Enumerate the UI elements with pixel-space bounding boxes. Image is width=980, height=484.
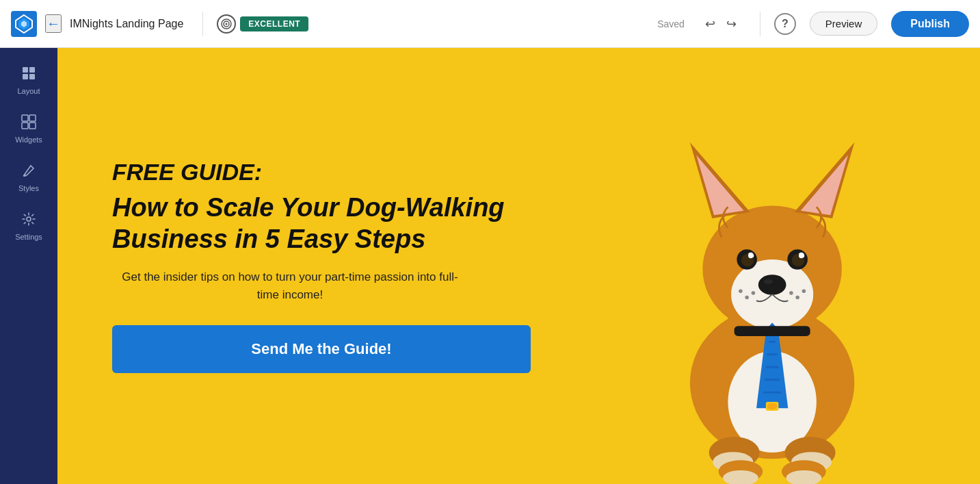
svg-rect-13 bbox=[22, 123, 28, 129]
corgi-image-area bbox=[565, 48, 980, 484]
undo-icon: ↩ bbox=[705, 17, 715, 31]
corgi-illustration bbox=[585, 92, 959, 484]
sidebar: Layout Widgets Styles bbox=[0, 48, 57, 484]
svg-point-40 bbox=[764, 279, 773, 283]
svg-rect-7 bbox=[23, 67, 28, 73]
svg-point-37 bbox=[748, 253, 753, 257]
sidebar-item-layout[interactable]: Layout bbox=[4, 59, 53, 102]
svg-rect-12 bbox=[29, 115, 36, 121]
saved-status: Saved bbox=[657, 18, 685, 29]
layout-icon bbox=[21, 66, 36, 84]
sidebar-item-settings[interactable]: Settings bbox=[4, 205, 53, 248]
undo-redo-group: ↩ ↪ bbox=[701, 14, 741, 34]
help-icon: ? bbox=[782, 18, 789, 30]
svg-rect-14 bbox=[29, 123, 36, 129]
seo-target-icon bbox=[217, 14, 236, 34]
settings-icon bbox=[21, 212, 36, 230]
seo-badge: EXCELLENT bbox=[240, 16, 308, 31]
svg-point-39 bbox=[758, 275, 786, 295]
redo-button[interactable]: ↪ bbox=[722, 14, 741, 34]
svg-point-44 bbox=[789, 291, 793, 295]
free-guide-heading: FREE GUIDE: bbox=[112, 159, 531, 186]
back-button[interactable]: ← bbox=[45, 14, 62, 33]
main-headline: How to Scale Your Dog-Walking Business i… bbox=[112, 192, 531, 255]
layout-label: Layout bbox=[17, 87, 40, 95]
svg-point-56 bbox=[767, 403, 778, 409]
topbar-divider-2 bbox=[760, 12, 760, 36]
svg-point-46 bbox=[802, 289, 806, 293]
styles-icon bbox=[21, 163, 36, 181]
page-title: IMNights Landing Page bbox=[70, 18, 183, 30]
svg-point-42 bbox=[745, 295, 750, 299]
styles-label: Styles bbox=[18, 184, 39, 192]
svg-rect-54 bbox=[734, 326, 810, 336]
redo-icon: ↪ bbox=[726, 17, 737, 31]
cta-button[interactable]: Send Me the Guide! bbox=[112, 325, 531, 373]
canvas: FREE GUIDE: How to Scale Your Dog-Walkin… bbox=[57, 48, 980, 484]
topbar: ← IMNights Landing Page EXCELLENT Saved … bbox=[0, 0, 980, 48]
topbar-divider-1 bbox=[202, 12, 203, 36]
svg-point-41 bbox=[752, 291, 756, 295]
publish-button[interactable]: Publish bbox=[891, 11, 969, 37]
svg-rect-9 bbox=[23, 74, 28, 79]
sidebar-item-styles[interactable]: Styles bbox=[4, 156, 53, 199]
settings-label: Settings bbox=[15, 233, 42, 241]
svg-point-16 bbox=[27, 217, 31, 221]
seo-indicator[interactable]: EXCELLENT bbox=[217, 14, 308, 34]
help-button[interactable]: ? bbox=[774, 13, 796, 35]
landing-page-content: FREE GUIDE: How to Scale Your Dog-Walkin… bbox=[57, 48, 565, 484]
main-layout: Layout Widgets Styles bbox=[0, 48, 980, 484]
app-logo bbox=[11, 11, 37, 37]
svg-rect-10 bbox=[29, 74, 35, 79]
svg-rect-8 bbox=[29, 67, 35, 73]
svg-point-38 bbox=[799, 253, 804, 257]
subtext: Get the insider tips on how to turn your… bbox=[112, 268, 468, 303]
svg-point-45 bbox=[796, 295, 800, 299]
widgets-icon bbox=[21, 114, 36, 133]
preview-button[interactable]: Preview bbox=[810, 12, 877, 36]
svg-point-6 bbox=[226, 23, 228, 25]
landing-page: FREE GUIDE: How to Scale Your Dog-Walkin… bbox=[57, 48, 980, 484]
sidebar-item-widgets[interactable]: Widgets bbox=[4, 107, 53, 151]
undo-button[interactable]: ↩ bbox=[701, 14, 719, 34]
back-icon: ← bbox=[47, 16, 60, 31]
svg-point-43 bbox=[739, 289, 743, 293]
svg-rect-11 bbox=[22, 115, 28, 121]
widgets-label: Widgets bbox=[15, 136, 42, 144]
